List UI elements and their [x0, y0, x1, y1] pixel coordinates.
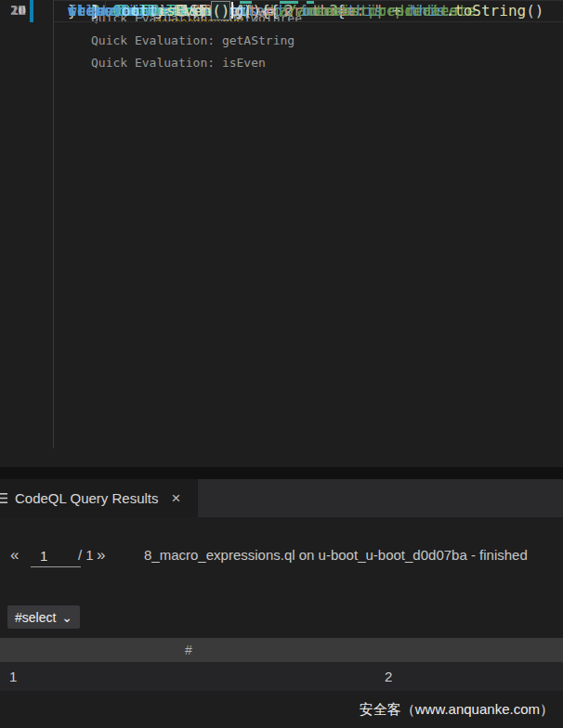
vscode-window: 5class OneTwoThree extends int {Quick Ev…: [0, 0, 563, 728]
panel-tab-bar: ☰ CodeQL Query Results ×: [0, 479, 563, 517]
chevron-down-icon: ⌄: [61, 613, 72, 622]
column-header: #: [0, 638, 377, 662]
table-row[interactable]: 12: [0, 662, 563, 691]
panel-top-border: [0, 467, 563, 479]
tab-codeql-query-results[interactable]: ☰ CodeQL Query Results ×: [0, 479, 198, 517]
list-icon: ☰: [0, 490, 7, 507]
results-table-header: #: [0, 638, 563, 662]
editor-rows: 5class OneTwoThree extends int {Quick Ev…: [0, 0, 563, 73]
table-cell[interactable]: 1: [9, 662, 17, 691]
code-editor[interactable]: 5class OneTwoThree extends int {Quick Ev…: [0, 0, 563, 467]
quick-evaluation-codelens[interactable]: Quick Evaluation: getAString: [91, 30, 295, 52]
query-status-text: 8_macro_expressions.ql on u-boot_u-boot_…: [144, 544, 563, 566]
editor-row: 21select ott: [0, 0, 563, 22]
results-table-body: 12: [0, 662, 563, 691]
watermark-text: 安全客（www.anquanke.com）: [360, 698, 554, 721]
codelens-row: Quick Evaluation: getAString: [0, 30, 563, 52]
codelens-row: Quick Evaluation: isEven: [0, 52, 563, 74]
page-total-label: / 1: [78, 544, 94, 566]
tab-label: CodeQL Query Results: [15, 490, 159, 506]
close-icon[interactable]: ×: [172, 489, 181, 508]
result-set-dropdown[interactable]: #select ⌄: [7, 605, 80, 629]
page-number-input[interactable]: [31, 544, 81, 567]
code-line-content[interactable]: select ott: [68, 0, 157, 22]
quick-evaluation-codelens[interactable]: Quick Evaluation: isEven: [91, 52, 266, 74]
line-number: 21: [0, 0, 26, 22]
prev-page-icon[interactable]: «: [10, 544, 19, 566]
dropdown-label: #select: [15, 610, 56, 625]
next-page-icon[interactable]: »: [97, 544, 105, 566]
scm-modified-indicator: [30, 0, 33, 22]
table-cell[interactable]: 2: [385, 662, 392, 691]
